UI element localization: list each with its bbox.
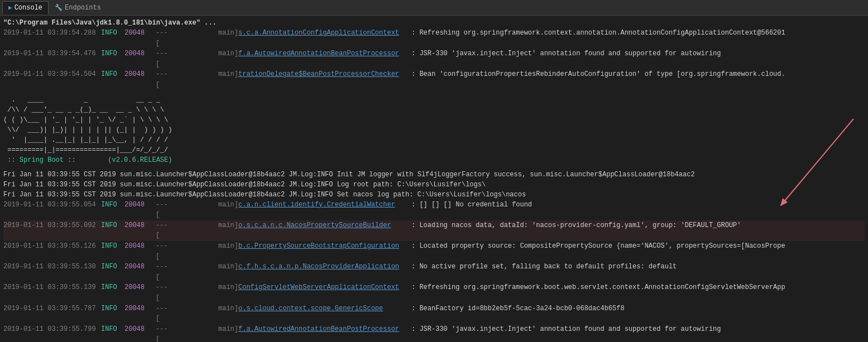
logger-1[interactable]: s.c.a.AnnotationConfigApplicationContext xyxy=(238,28,411,49)
pid-9: 20048 xyxy=(124,304,156,324)
ts-8: 2019-01-11 03:39:55.139 xyxy=(3,282,101,303)
thread-6: main] xyxy=(171,241,238,262)
thread-2: main] xyxy=(171,49,238,69)
logger-9[interactable]: o.s.cloud.context.scope.GenericScope xyxy=(238,304,411,324)
pid-2: 20048 xyxy=(124,49,156,69)
ascii-line-6: =========|_|===============|___/=/_/_/_/ xyxy=(3,145,865,155)
thread-3: main] xyxy=(171,69,238,90)
thread-9: main] xyxy=(171,304,238,324)
log-row-9: 2019-01-11 03:39:55.787 INFO 20048 --- [… xyxy=(3,304,865,324)
tab-bar: ▶ Console 🔧 Endpoints xyxy=(0,0,868,16)
pid-10: 20048 xyxy=(124,324,156,342)
thread-7: main] xyxy=(171,262,238,282)
path-line: "C:\Program Files\Java\jdk1.8.0_181\bin\… xyxy=(3,18,865,28)
logger-3[interactable]: trationDelegate$BeanPostProcessorChecker xyxy=(238,69,411,90)
pid-8: 20048 xyxy=(124,282,156,303)
sep-3: --- [ xyxy=(156,69,171,90)
ts-5: 2019-01-11 03:39:55.092 xyxy=(3,220,101,241)
tab-console[interactable]: ▶ Console xyxy=(2,1,49,15)
msg-5: : Loading nacos data, dataId: 'nacos-pro… xyxy=(411,220,865,241)
pid-7: 20048 xyxy=(124,262,156,282)
ts-6: 2019-01-11 03:39:55.126 xyxy=(3,241,101,262)
ascii-art: . ____ _ __ _ _ /\\ / ___'_ __ _ _(_)_ _… xyxy=(3,95,865,155)
level-8: INFO xyxy=(101,282,124,303)
pid-3: 20048 xyxy=(124,69,156,90)
ts-9: 2019-01-11 03:39:55.787 xyxy=(3,304,101,324)
spring-version-line: :: Spring Boot :: (v2.0.6.RELEASE) xyxy=(3,155,865,165)
log-row-1: 2019-01-11 03:39:54.288 INFO 20048 --- [… xyxy=(3,28,865,49)
thread-1: main] xyxy=(171,28,238,49)
sep-6: --- [ xyxy=(156,241,171,262)
thread-5: main] xyxy=(171,220,238,241)
log-row-10: 2019-01-11 03:39:55.799 INFO 20048 --- [… xyxy=(3,324,865,342)
logger-8[interactable]: ConfigServletWebServerApplicationContext xyxy=(238,282,411,303)
thread-4: main] xyxy=(171,200,238,220)
ts-7: 2019-01-11 03:39:55.130 xyxy=(3,262,101,282)
pid-1: 20048 xyxy=(124,28,156,49)
level-10: INFO xyxy=(101,324,124,342)
sep-10: --- [ xyxy=(156,324,171,342)
sep-1: --- [ xyxy=(156,28,171,49)
msg-8: : Refreshing org.springframework.boot.we… xyxy=(411,282,865,303)
ts-2: 2019-01-11 03:39:54.476 xyxy=(3,49,101,69)
logger-2[interactable]: f.a.AutowiredAnnotationBeanPostProcessor xyxy=(238,49,411,69)
level-7: INFO xyxy=(101,262,124,282)
logger-5[interactable]: o.s.c.a.n.c.NacosPropertySourceBuilder xyxy=(238,220,411,241)
log-row-4: 2019-01-11 03:39:55.054 INFO 20048 --- [… xyxy=(3,200,865,220)
ts-4: 2019-01-11 03:39:55.054 xyxy=(3,200,101,220)
ascii-line-3: ( ( )\___ | '_ | '_| | '_ \/ _` | \ \ \ … xyxy=(3,115,865,125)
red-arrow xyxy=(747,113,859,214)
thread-8: main] xyxy=(171,282,238,303)
console-label: Console xyxy=(15,4,42,12)
log-row-6: 2019-01-11 03:39:55.126 INFO 20048 --- [… xyxy=(3,241,865,262)
endpoints-icon: 🔧 xyxy=(55,4,63,11)
log-row-7: 2019-01-11 03:39:55.130 INFO 20048 --- [… xyxy=(3,262,865,282)
logger-7[interactable]: c.f.h.s.c.a.n.p.NacosProviderApplication xyxy=(238,262,411,282)
logger-6[interactable]: b.c.PropertySourceBootstrapConfiguration xyxy=(238,241,411,262)
msg-2: : JSR-330 'javax.inject.Inject' annotati… xyxy=(411,49,865,69)
console-area: "C:\Program Files\Java\jdk1.8.0_181\bin\… xyxy=(0,16,868,342)
level-2: INFO xyxy=(101,49,124,69)
svg-line-1 xyxy=(781,119,853,205)
thread-10: main] xyxy=(171,324,238,342)
ts-1: 2019-01-11 03:39:54.288 xyxy=(3,28,101,49)
pid-4: 20048 xyxy=(124,200,156,220)
jm-line-2: Fri Jan 11 03:39:55 CST 2019 sun.misc.La… xyxy=(3,180,865,190)
msg-3: : Bean 'configurationPropertiesRebinderA… xyxy=(411,69,865,90)
sep-5: --- [ xyxy=(156,220,171,241)
sep-9: --- [ xyxy=(156,304,171,324)
ts-10: 2019-01-11 03:39:55.799 xyxy=(3,324,101,342)
level-5: INFO xyxy=(101,220,124,241)
ts-3: 2019-01-11 03:39:54.504 xyxy=(3,69,101,90)
pid-5: 20048 xyxy=(124,220,156,241)
logger-10[interactable]: f.a.AutowiredAnnotationBeanPostProcessor xyxy=(238,324,411,342)
ascii-line-4: \\/ ___)| |_)| | | | | || (_| | ) ) ) ) xyxy=(3,125,865,135)
logger-4[interactable]: c.a.n.client.identify.CredentialWatcher xyxy=(238,200,411,220)
jm-line-1: Fri Jan 11 03:39:55 CST 2019 sun.misc.La… xyxy=(3,170,865,180)
ascii-line-1: . ____ _ __ _ _ xyxy=(3,95,865,105)
msg-1: : Refreshing org.springframework.context… xyxy=(411,28,865,49)
ascii-line-5: ' |____| .__|_| |_|_| |_\__, | / / / / xyxy=(3,135,865,145)
level-9: INFO xyxy=(101,304,124,324)
level-6: INFO xyxy=(101,241,124,262)
jm-line-3: Fri Jan 11 03:39:55 CST 2019 sun.misc.La… xyxy=(3,190,865,200)
level-4: INFO xyxy=(101,200,124,220)
sep-8: --- [ xyxy=(156,282,171,303)
level-1: INFO xyxy=(101,28,124,49)
pid-6: 20048 xyxy=(124,241,156,262)
msg-9: : BeanFactory id=8bb2eb5f-5cac-3a24-bcb0… xyxy=(411,304,865,324)
log-row-3: 2019-01-11 03:39:54.504 INFO 20048 --- [… xyxy=(3,69,865,90)
console-icon: ▶ xyxy=(8,4,12,11)
level-3: INFO xyxy=(101,69,124,90)
log-row-8: 2019-01-11 03:39:55.139 INFO 20048 --- [… xyxy=(3,282,865,303)
log-row-2: 2019-01-11 03:39:54.476 INFO 20048 --- [… xyxy=(3,49,865,69)
msg-10: : JSR-330 'javax.inject.Inject' annotati… xyxy=(411,324,865,342)
ascii-line-2: /\\ / ___'_ __ _ _(_)_ __ __ _ \ \ \ \ xyxy=(3,105,865,115)
endpoints-label: Endpoints xyxy=(65,4,101,12)
msg-6: : Located property source: CompositeProp… xyxy=(411,241,865,262)
sep-4: --- [ xyxy=(156,200,171,220)
msg-7: : No active profile set, falling back to… xyxy=(411,262,865,282)
sep-7: --- [ xyxy=(156,262,171,282)
tab-endpoints[interactable]: 🔧 Endpoints xyxy=(49,1,107,15)
sep-2: --- [ xyxy=(156,49,171,69)
